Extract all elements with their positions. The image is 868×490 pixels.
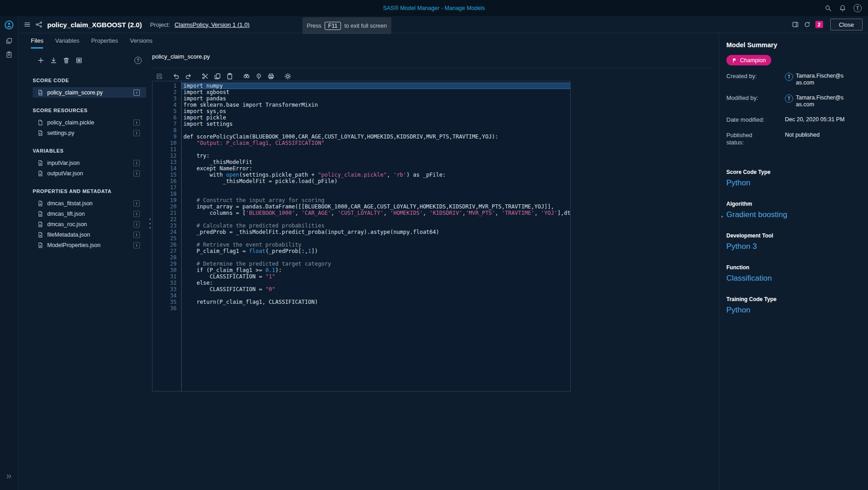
expand-sidebar-icon[interactable] [5,473,13,480]
code-line[interactable] [182,184,570,191]
clipboard-icon[interactable] [5,51,13,58]
attribute-value[interactable]: Python [726,305,861,315]
code-line[interactable]: import numpy [182,83,570,89]
file-section-title: VARIABLES [33,148,146,154]
find-icon[interactable] [243,73,250,80]
code-line[interactable]: else: [182,280,570,286]
info-button[interactable]: i [133,119,140,126]
info-button[interactable]: i [133,89,140,96]
file-item[interactable]: policy_claim_score.pyi [33,87,146,98]
code-line[interactable]: import settings [182,121,570,127]
code-line[interactable]: if (P_claim_flag1 >= 0.1): [182,267,570,273]
code-viewport[interactable]: 1234567891011121314151617181920212223242… [152,81,571,391]
tab-files[interactable]: Files [31,37,43,49]
attribute-label: Development Tool [726,233,861,239]
info-button[interactable]: i [133,170,140,177]
code-line[interactable] [182,216,570,223]
file-item[interactable]: dmcas_lift.jsoni [33,208,146,219]
panel-splitter[interactable] [149,218,151,228]
line-number: 10 [153,140,177,146]
tab-properties[interactable]: Properties [91,37,118,49]
mark-icon[interactable] [255,73,262,80]
file-item[interactable]: settings.pyi [33,128,146,138]
code-line[interactable]: # Calculate the predicted probabilities [182,223,570,229]
info-button[interactable]: i [133,130,140,136]
code-line[interactable]: import pandas [182,95,570,102]
line-number: 9 [153,134,177,140]
file-item[interactable]: dmcas_fitstat.jsoni [33,198,146,208]
line-number: 25 [153,235,177,242]
code-line[interactable] [182,235,570,242]
file-item[interactable]: dmcas_roc.jsoni [33,219,146,229]
tab-versions[interactable]: Versions [130,37,153,49]
save-icon[interactable] [156,73,163,80]
cut-icon[interactable] [202,73,209,80]
code-line[interactable]: def scorePolicyClaim(BLUEBOOK_1000,CAR_A… [182,134,570,140]
close-button[interactable]: Close [830,19,863,30]
code-line[interactable]: import pickle [182,114,570,121]
code-line[interactable] [182,127,570,134]
code-line[interactable] [182,305,570,312]
info-button[interactable]: i [133,232,140,238]
code-line[interactable]: from sklearn.base import TransformerMixi… [182,102,570,108]
code-line[interactable]: try: [182,153,570,159]
code-line[interactable]: import sys,os [182,108,570,114]
code-line[interactable]: # Construct the input array for scoring [182,197,570,203]
code-line[interactable]: "Output: P_claim_flag1, CLASSIFICATION" [182,140,570,146]
code-line[interactable]: except NameError: [182,165,570,172]
notifications-icon[interactable] [839,5,846,12]
side-panel-icon[interactable] [792,21,799,28]
code-line[interactable] [182,191,570,197]
code-line[interactable]: # Retrieve the event probability [182,242,570,248]
print-icon[interactable] [267,73,275,80]
code-line[interactable]: columns = ['BLUEBOOK_1000', 'CAR_AGE', '… [182,210,570,216]
redo-icon[interactable] [185,73,192,80]
code-line[interactable]: input_array = pandas.DataFrame([[BLUEBOO… [182,203,570,210]
code-line[interactable]: CLASSIFICATION = "1" [182,273,570,280]
code-line[interactable]: return(P_claim_flag1, CLASSIFICATION) [182,299,570,305]
collapse-panel-icon[interactable] [720,214,725,219]
code-line[interactable]: _thisModelFit = pickle.load(_pFile) [182,178,570,184]
search-icon[interactable] [824,5,832,12]
stacked-pages-icon[interactable] [5,37,13,45]
code-line[interactable]: import xgboost [182,89,570,95]
file-item[interactable]: ModelProperties.jsoni [33,240,146,250]
attribute-value[interactable]: Python 3 [726,242,861,252]
copy-icon[interactable] [214,73,221,80]
tab-variables[interactable]: Variables [55,37,79,49]
refresh-icon[interactable] [804,21,811,28]
attribute-value[interactable]: Classification [726,273,861,283]
file-item[interactable]: outputVar.jsoni [33,168,146,178]
code-line[interactable]: _predProb = _thisModelFit.predict_proba(… [182,229,570,235]
project-link[interactable]: ClaimsPolicy, Version 1 (1.0) [174,21,249,28]
code-line[interactable] [182,292,570,299]
delete-icon[interactable] [63,57,70,64]
file-item[interactable]: policy_claim.picklei [33,117,146,128]
list-icon[interactable] [75,57,83,64]
info-button[interactable]: i [133,160,140,166]
code-line[interactable]: # Determine the predicted target categor… [182,261,570,267]
code-line[interactable] [182,146,570,153]
help-icon[interactable]: ? [134,57,142,64]
attribute-value[interactable]: Python [726,178,861,188]
info-button[interactable]: i [133,242,140,248]
code-line[interactable]: with open(settings.pickle_path + "policy… [182,172,570,178]
file-item[interactable]: fileMetadata.jsoni [33,229,146,240]
info-button[interactable]: i [133,221,140,228]
code-line[interactable]: P_claim_flag1 = float(_predProb[:,1]) [182,248,570,254]
download-icon[interactable] [50,57,57,64]
code-line[interactable]: CLASSIFICATION = "0" [182,286,570,292]
app-logo-icon[interactable] [4,20,14,30]
info-button[interactable]: i [133,200,140,207]
undo-icon[interactable] [173,73,180,80]
settings-icon[interactable] [284,73,291,80]
code-line[interactable] [182,254,570,261]
menu-icon[interactable] [24,21,31,28]
paste-icon[interactable] [226,73,233,80]
add-icon[interactable] [37,57,44,64]
attribute-value[interactable]: Gradient boosting [726,210,861,220]
user-avatar[interactable]: T [853,4,862,12]
file-item[interactable]: inputVar.jsoni [33,158,146,168]
code-line[interactable]: _thisModelFit [182,159,570,165]
info-button[interactable]: i [133,211,140,217]
